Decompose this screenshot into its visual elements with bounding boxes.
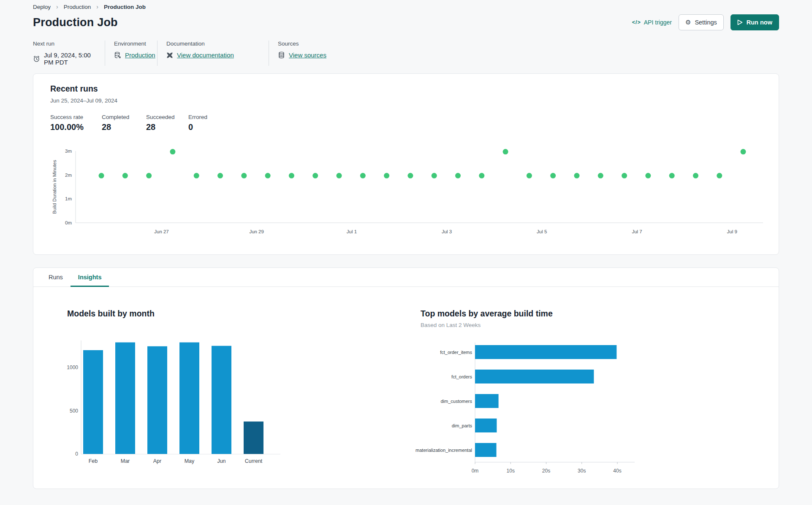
- stat-completed: Completed 28: [102, 114, 146, 132]
- recent-runs-card: Recent runs Jun 25, 2024–Jul 09, 2024 Su…: [33, 73, 779, 255]
- breadcrumb: Deploy › Production › Production Job: [33, 0, 779, 10]
- svg-text:Mar: Mar: [121, 458, 130, 464]
- recent-runs-stats: Success rate 100.00% Completed 28 Succee…: [50, 114, 762, 132]
- svg-text:fct_orders: fct_orders: [451, 374, 472, 379]
- run-now-label: Run now: [747, 19, 772, 26]
- tab-insights[interactable]: Insights: [71, 268, 109, 286]
- code-icon: </>: [632, 19, 641, 25]
- svg-text:0m: 0m: [472, 468, 479, 474]
- tab-runs[interactable]: Runs: [41, 268, 71, 286]
- sources-column: Sources View sources: [269, 41, 337, 66]
- stat-success-rate: Success rate 100.00%: [50, 114, 102, 132]
- page-title: Production Job: [33, 16, 118, 29]
- chevron-right-icon: ›: [56, 3, 58, 10]
- svg-text:Current: Current: [245, 458, 263, 464]
- svg-text:Jul 7: Jul 7: [632, 229, 642, 234]
- settings-label: Settings: [695, 19, 717, 26]
- svg-text:Jun 29: Jun 29: [249, 229, 264, 234]
- svg-text:0: 0: [75, 451, 78, 457]
- docs-icon: [166, 52, 173, 59]
- svg-text:20s: 20s: [542, 468, 550, 474]
- svg-text:3m: 3m: [65, 149, 72, 154]
- models-built-by-month-section: Models built by month 05001000FebMarAprM…: [33, 309, 407, 479]
- svg-text:Jul 9: Jul 9: [727, 229, 737, 234]
- api-trigger-link[interactable]: </> API trigger: [632, 19, 672, 26]
- stat-errored: Errored 0: [188, 114, 240, 132]
- svg-text:500: 500: [70, 408, 78, 414]
- chevron-right-icon: ›: [96, 3, 98, 10]
- svg-text:0m: 0m: [65, 220, 72, 225]
- svg-text:1m: 1m: [65, 196, 72, 201]
- clock-icon: [33, 55, 40, 62]
- stat-succeeded: Succeeded 28: [146, 114, 188, 132]
- top-models-hbar-chart: fct_order_itemsfct_ordersdim_customersdi…: [407, 339, 779, 479]
- svg-text:Feb: Feb: [89, 458, 98, 464]
- next-run-value: Jul 9, 2024, 5:00 PM PDT: [44, 51, 95, 66]
- svg-text:dim_customers: dim_customers: [440, 399, 472, 404]
- svg-text:Jun: Jun: [217, 458, 225, 464]
- next-run-column: Next run Jul 9, 2024, 5:00 PM PDT: [33, 41, 105, 66]
- tab-bar: Runs Insights: [33, 268, 779, 287]
- svg-text:40s: 40s: [613, 468, 621, 474]
- recent-runs-date-range: Jun 25, 2024–Jul 09, 2024: [50, 97, 762, 104]
- job-detail-card: Runs Insights Models built by month 0500…: [33, 267, 779, 489]
- environment-label: Environment: [114, 41, 147, 47]
- view-sources-link[interactable]: View sources: [289, 51, 326, 59]
- run-now-button[interactable]: Run now: [731, 14, 779, 30]
- environment-icon: [114, 51, 121, 59]
- environment-column: Environment Production: [105, 41, 158, 66]
- svg-text:Jun 27: Jun 27: [154, 229, 169, 234]
- svg-text:materialization_incremental: materialization_incremental: [416, 448, 472, 453]
- svg-text:Jul 3: Jul 3: [442, 229, 452, 234]
- header-actions: </> API trigger ⚙ Settings Run now: [632, 14, 779, 30]
- svg-text:fct_order_items: fct_order_items: [440, 350, 472, 355]
- play-icon: [737, 19, 743, 25]
- insights-panel: Models built by month 05001000FebMarAprM…: [33, 287, 779, 479]
- top-models-chart-title: Top models by average build time: [407, 309, 779, 319]
- settings-button[interactable]: ⚙ Settings: [679, 14, 724, 30]
- build-duration-scatter-chart: 0m1m2m3mBuild Duration in MinutesJun 27J…: [50, 146, 762, 242]
- page: Deploy › Production › Production Job Pro…: [0, 0, 812, 489]
- breadcrumb-deploy[interactable]: Deploy: [33, 4, 51, 10]
- svg-text:Apr: Apr: [153, 458, 161, 464]
- svg-text:30s: 30s: [578, 468, 586, 474]
- database-icon: [278, 51, 285, 59]
- svg-text:dim_parts: dim_parts: [452, 423, 473, 428]
- api-trigger-label: API trigger: [644, 19, 672, 26]
- models-built-bar-chart: 05001000FebMarAprMayJunCurrent: [67, 337, 407, 470]
- breadcrumb-production[interactable]: Production: [64, 4, 91, 10]
- models-built-chart-title: Models built by month: [67, 309, 407, 319]
- documentation-label: Documentation: [166, 41, 258, 47]
- svg-text:May: May: [185, 458, 195, 464]
- svg-text:Jul 1: Jul 1: [347, 229, 357, 234]
- job-info-strip: Next run Jul 9, 2024, 5:00 PM PDT Enviro…: [33, 41, 779, 66]
- top-models-section: Top models by average build time Based o…: [407, 309, 779, 479]
- documentation-column: Documentation View documentation: [158, 41, 269, 66]
- svg-text:2m: 2m: [65, 173, 72, 178]
- page-header: Production Job </> API trigger ⚙ Setting…: [33, 14, 779, 30]
- environment-link[interactable]: Production: [125, 51, 155, 59]
- gear-icon: ⚙: [685, 19, 691, 26]
- svg-text:Jul 5: Jul 5: [537, 229, 547, 234]
- svg-text:1000: 1000: [67, 365, 78, 370]
- next-run-label: Next run: [33, 41, 95, 47]
- svg-text:Build Duration in Minutes: Build Duration in Minutes: [52, 160, 57, 214]
- sources-label: Sources: [278, 41, 326, 47]
- view-documentation-link[interactable]: View documentation: [177, 51, 234, 59]
- breadcrumb-production-job: Production Job: [104, 4, 146, 10]
- recent-runs-title: Recent runs: [50, 84, 762, 94]
- svg-text:10s: 10s: [507, 468, 515, 474]
- top-models-chart-subtitle: Based on Last 2 Weeks: [407, 322, 779, 328]
